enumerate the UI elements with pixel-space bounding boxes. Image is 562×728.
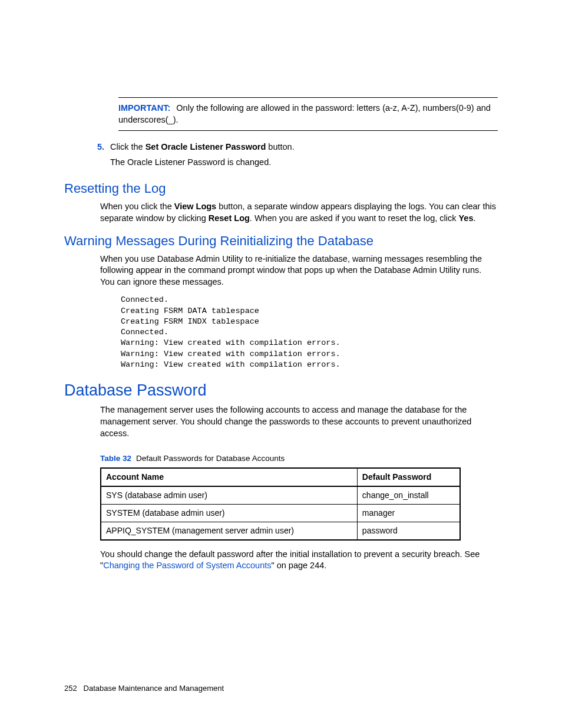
- cell-password: manager: [357, 505, 460, 522]
- page-number: 252: [64, 684, 77, 693]
- dbpass-paragraph: The management server uses the following…: [100, 404, 498, 439]
- code-block: Connected. Creating FSRM DATA tablespace…: [121, 295, 498, 370]
- callout-text: Only the following are allowed in the pa…: [118, 103, 491, 124]
- cell-password: password: [357, 522, 460, 539]
- heading-warning-messages: Warning Messages During Reinitializing t…: [64, 232, 498, 250]
- step-body: Click the Set Oracle Listener Password b…: [110, 141, 498, 172]
- col-account-name: Account Name: [101, 468, 357, 486]
- cell-account: SYS (database admin user): [101, 486, 357, 504]
- dbpass-after-paragraph: You should change the default password a…: [100, 549, 498, 572]
- dbpass-after: You should change the default password a…: [100, 549, 498, 572]
- table-row: SYSTEM (database admin user) manager: [101, 505, 460, 522]
- callout-label: IMPORTANT:: [118, 103, 170, 113]
- table-number: Table 32: [100, 454, 131, 463]
- resetting-log-body: When you click the View Logs button, a s…: [100, 201, 498, 224]
- link-changing-password[interactable]: Changing the Password of System Accounts: [103, 561, 271, 570]
- cell-account: APPIQ_SYSTEM (management server admin us…: [101, 522, 357, 539]
- table-row: APPIQ_SYSTEM (management server admin us…: [101, 522, 460, 539]
- table-title: Default Passwords for Database Accounts: [136, 454, 285, 463]
- heading-resetting-log: Resetting the Log: [64, 180, 498, 197]
- warning-paragraph: When you use Database Admin Utility to r…: [100, 253, 498, 288]
- table-row: SYS (database admin user) change_on_inst…: [101, 486, 460, 504]
- col-default-password: Default Password: [357, 468, 460, 486]
- step-5: 5. Click the Set Oracle Listener Passwor…: [97, 141, 498, 172]
- step-number: 5.: [97, 141, 110, 172]
- page-content: IMPORTANT:Only the following are allowed…: [0, 0, 562, 728]
- page-footer: 252 Database Maintenance and Management: [64, 683, 224, 694]
- footer-title: Database Maintenance and Management: [84, 684, 224, 693]
- warning-body: When you use Database Admin Utility to r…: [100, 253, 498, 288]
- dbpass-body: The management server uses the following…: [100, 404, 498, 439]
- resetting-log-paragraph: When you click the View Logs button, a s…: [100, 201, 498, 224]
- step-line-2: The Oracle Listener Password is changed.: [110, 157, 498, 169]
- cell-password: change_on_install: [357, 486, 460, 504]
- heading-database-password: Database Password: [64, 380, 498, 401]
- cell-account: SYSTEM (database admin user): [101, 505, 357, 522]
- accounts-table: Account Name Default Password SYS (datab…: [100, 467, 461, 541]
- step-line-1: Click the Set Oracle Listener Password b…: [110, 141, 498, 153]
- important-callout: IMPORTANT:Only the following are allowed…: [118, 97, 498, 131]
- table-header-row: Account Name Default Password: [101, 468, 460, 486]
- table-caption: Table 32Default Passwords for Database A…: [100, 453, 498, 464]
